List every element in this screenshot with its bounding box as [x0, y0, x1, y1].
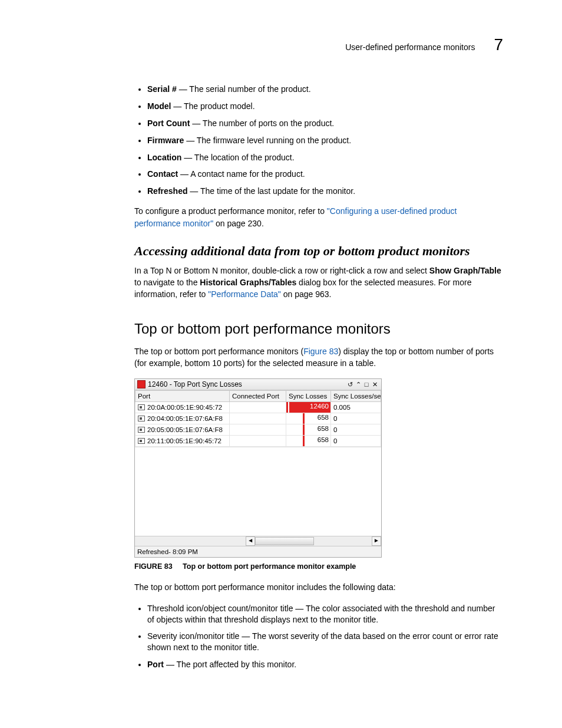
scroll-track: [314, 536, 372, 546]
table-row[interactable]: 20:11:00:05:1E:90:45:726580: [135, 436, 381, 447]
definition-desc: — The serial number of the product.: [177, 84, 311, 94]
definition-item: Contact — A contact name for the product…: [147, 169, 503, 180]
definition-item: Firmware — The firmware level running on…: [147, 135, 503, 146]
definition-term: Contact: [147, 169, 178, 179]
definition-item: Port — The port affected by this monitor…: [147, 659, 503, 670]
definition-item: Location — The location of the product.: [147, 152, 503, 163]
cell-sync-losses: 12460: [286, 402, 331, 413]
definition-desc: — The number of ports on the product.: [190, 118, 334, 128]
monitor-title: 12460 - Top Port Sync Losses: [148, 380, 242, 388]
accessing-paragraph: In a Top N or Bottom N monitor, double-c…: [134, 265, 503, 301]
intro-paragraph: The top or bottom port performance monit…: [134, 345, 503, 370]
definition-desc: — The firmware level running on the prod…: [184, 136, 351, 145]
cell-port: 20:05:00:05:1E:07:6A:F8: [135, 424, 230, 436]
running-header: User-defined performance monitors 7: [59, 35, 503, 54]
includes-paragraph: The top or bottom port performance monit…: [134, 581, 503, 593]
bold-historical: Historical Graphs/Tables: [200, 278, 296, 287]
port-icon: [138, 427, 145, 433]
definition-item: Threshold icon/object count/monitor titl…: [147, 603, 503, 625]
definition-item: Refreshed — The time of the last update …: [147, 186, 503, 197]
link-figure-83[interactable]: Figure 83: [303, 347, 338, 356]
port-text: 20:0A:00:05:1E:90:45:72: [147, 404, 222, 411]
definition-desc: — The location of the product.: [181, 153, 294, 162]
port-icon: [138, 416, 145, 421]
close-icon[interactable]: ✕: [371, 380, 379, 388]
table-row[interactable]: 20:0A:00:05:1E:90:45:72124600.005: [135, 402, 381, 413]
col-sync-losses-sec[interactable]: Sync Losses/sec: [331, 391, 381, 402]
header-title: User-defined performance monitors: [345, 42, 475, 52]
monitor-status-footer: Refreshed- 8:09 PM: [135, 546, 381, 557]
port-text: 20:11:00:05:1E:90:45:72: [147, 437, 222, 444]
page: User-defined performance monitors 7 Seri…: [0, 0, 562, 728]
cell-sync-losses: 658: [286, 413, 331, 424]
section-heading: Top or bottom port performance monitors: [134, 321, 503, 337]
figure-caption: FIGURE 83 Top or bottom port performance…: [134, 562, 503, 571]
port-icon: [138, 404, 145, 410]
monitor-panel: 12460 - Top Port Sync Losses ↺ ⌃ □ ✕: [134, 378, 382, 558]
titlebar-left: 12460 - Top Port Sync Losses: [137, 380, 242, 388]
text: on page 230.: [213, 219, 264, 228]
col-connected-port[interactable]: Connected Port: [230, 391, 286, 402]
cell-port: 20:11:00:05:1E:90:45:72: [135, 436, 230, 447]
threshold-color-icon: [137, 380, 146, 388]
cell-port: 20:04:00:05:1E:07:6A:F8: [135, 413, 230, 424]
link-performance-data[interactable]: "Performance Data": [208, 289, 281, 299]
definition-list-top: Serial # — The serial number of the prod…: [134, 84, 503, 197]
definition-desc: — The port affected by this monitor.: [164, 660, 296, 669]
cell-port: 20:0A:00:05:1E:90:45:72: [135, 402, 230, 413]
cell-sync-losses: 658: [286, 436, 331, 447]
subsection-heading: Accessing additional data from top or bo…: [134, 243, 503, 259]
configure-paragraph: To configure a product performance monit…: [134, 205, 503, 229]
text: To configure a product performance monit…: [134, 206, 327, 216]
text: to navigate to the: [134, 278, 200, 287]
refresh-icon[interactable]: ↺: [346, 380, 354, 388]
definition-item: Serial # — The serial number of the prod…: [147, 84, 503, 95]
definition-item: Port Count — The number of ports on the …: [147, 118, 503, 129]
cell-sync-rate: 0: [331, 424, 381, 436]
bold-show-graph: Show Graph/Table: [429, 266, 501, 275]
definition-desc: — A contact name for the product.: [178, 169, 305, 179]
horizontal-scrollbar[interactable]: ◄ ►: [135, 536, 381, 546]
monitor-titlebar: 12460 - Top Port Sync Losses ↺ ⌃ □ ✕: [135, 379, 381, 390]
cell-sync-rate: 0: [331, 413, 381, 424]
text: In a Top N or Bottom N monitor, double-c…: [134, 266, 429, 275]
scroll-right-icon[interactable]: ►: [372, 536, 381, 546]
caption-label: FIGURE 83: [134, 562, 173, 571]
definition-term: Serial #: [147, 84, 177, 94]
text: on page 963.: [281, 289, 332, 299]
maximize-icon[interactable]: □: [362, 380, 371, 388]
cell-connected-port: [230, 402, 286, 413]
definition-list-bottom: Threshold icon/object count/monitor titl…: [134, 603, 503, 670]
table-row[interactable]: 20:04:00:05:1E:07:6A:F86580: [135, 413, 381, 424]
figure-container: 12460 - Top Port Sync Losses ↺ ⌃ □ ✕: [134, 378, 503, 558]
scroll-thumb[interactable]: [255, 537, 314, 545]
cell-connected-port: [230, 436, 286, 447]
collapse-icon[interactable]: ⌃: [354, 380, 362, 388]
definition-desc: — The time of the last update for the mo…: [187, 186, 355, 196]
definition-item: Severity icon/monitor title — The worst …: [147, 631, 503, 653]
col-sync-losses[interactable]: Sync Losses: [286, 391, 331, 402]
text: The top or bottom port performance monit…: [134, 347, 303, 356]
definition-desc: — The product model.: [171, 101, 254, 111]
scroll-left-icon[interactable]: ◄: [246, 536, 255, 546]
definition-item: Model — The product model.: [147, 101, 503, 112]
table-row[interactable]: 20:05:00:05:1E:07:6A:F86580: [135, 424, 381, 436]
monitor-table: Port Connected Port Sync Losses Sync Los…: [135, 390, 381, 447]
caption-text: Top or bottom port performance monitor e…: [183, 562, 356, 571]
titlebar-controls: ↺ ⌃ □ ✕: [346, 380, 379, 388]
chapter-number: 7: [494, 35, 503, 54]
definition-term: Port Count: [147, 118, 190, 128]
port-text: 20:05:00:05:1E:07:6A:F8: [147, 426, 223, 433]
port-icon: [138, 438, 145, 444]
cell-sync-losses: 658: [286, 424, 331, 436]
definition-term: Location: [147, 153, 181, 162]
definition-term: Port: [147, 660, 164, 669]
definition-term: Firmware: [147, 136, 184, 145]
cell-sync-rate: 0: [331, 436, 381, 447]
scroll-track: [135, 536, 246, 546]
port-text: 20:04:00:05:1E:07:6A:F8: [147, 415, 223, 422]
table-empty-area: [135, 447, 381, 536]
cell-sync-rate: 0.005: [331, 402, 381, 413]
col-port[interactable]: Port: [135, 391, 230, 402]
content-area: Serial # — The serial number of the prod…: [134, 84, 503, 670]
